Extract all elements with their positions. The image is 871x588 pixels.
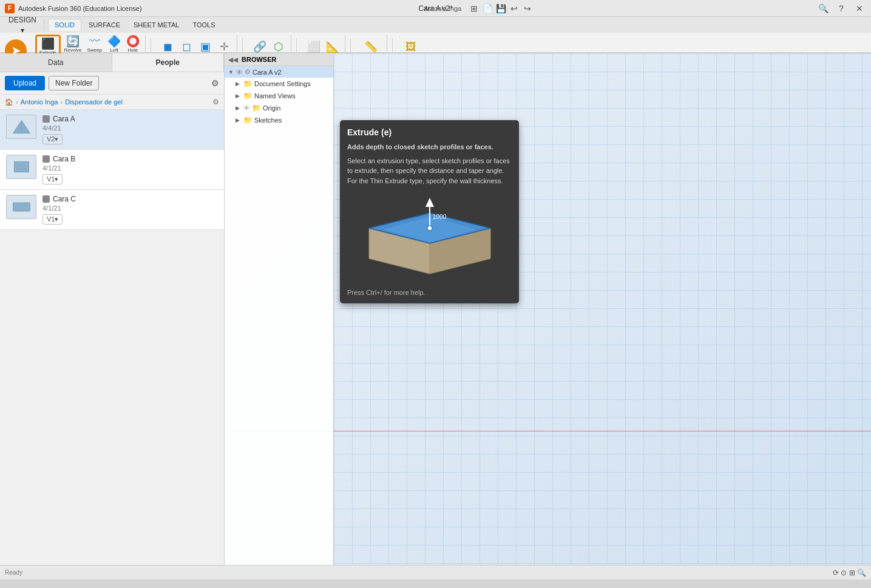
svg-text:1000: 1000 — [433, 214, 447, 220]
breadcrumb-user[interactable]: Antonio Inga — [21, 98, 58, 106]
component-button[interactable]: ⬡ — [270, 40, 287, 53]
file-thumb — [6, 155, 36, 179]
folder-icon: 📁 — [243, 92, 252, 100]
design-label: DESIGN — [8, 16, 36, 24]
redo-icon[interactable]: ↪ — [521, 2, 534, 15]
file-date: 4/1/21 — [42, 164, 218, 172]
measure-icon: 📏 — [364, 41, 378, 52]
file-type-icon — [42, 155, 50, 163]
tab-data[interactable]: Data — [0, 53, 112, 72]
file-name: Cara C — [42, 195, 218, 203]
tooltip-footer: Press Ctrl+/ for more help. — [347, 289, 512, 296]
browser-title: BROWSER — [242, 56, 276, 63]
revolve-icon: 🔄 — [66, 36, 80, 47]
file-type-icon — [42, 195, 50, 203]
browser-item-doc-settings[interactable]: ▶ 📁 Document Settings — [225, 78, 333, 90]
file-version[interactable]: V1▾ — [42, 214, 63, 225]
plane-icon: ⬜ — [307, 41, 320, 52]
fillet-button[interactable]: ◼ — [160, 40, 177, 53]
nav-icons[interactable]: ⟳ ⊙ ⊞ 🔍 — [833, 569, 866, 577]
file-thumb — [6, 115, 36, 139]
browser-header: ◀◀ BROWSER — [225, 53, 333, 66]
measure-button[interactable]: 📏 — [362, 40, 379, 53]
tooltip-title: Extrude (e) — [347, 127, 512, 137]
file-list: Cara A 4/4/21 V2▾ Cara B — [0, 110, 224, 565]
svg-point-12 — [427, 226, 432, 231]
expand-icon: ▶ — [236, 117, 242, 123]
grid-icon[interactable]: ⊞ — [467, 2, 481, 15]
file-type-icon — [42, 115, 50, 123]
app-title: Autodesk Fusion 360 (Education License) — [18, 5, 142, 12]
help-icon[interactable]: ? — [835, 2, 848, 15]
breadcrumb-settings-icon[interactable]: ⚙ — [212, 98, 219, 106]
axis-button[interactable]: 📐 — [324, 40, 341, 53]
tab-solid[interactable]: SOLID — [48, 19, 81, 31]
browser-item-cara-a[interactable]: ▼ 👁 ⚙ Cara A v2 — [225, 66, 333, 78]
canvas-area[interactable]: ◀◀ BROWSER ▼ 👁 ⚙ Cara A v2 ▶ 📁 Document … — [225, 53, 871, 565]
browser-item-origin[interactable]: ▶ 👁 📁 Origin — [225, 102, 333, 114]
svg-rect-4 — [13, 203, 30, 211]
browser-item-sketches[interactable]: ▶ 📁 Sketches — [225, 114, 333, 126]
file-info: Cara C 4/1/21 V1▾ — [42, 195, 218, 225]
status-bar: Ready ⟳ ⊙ ⊞ 🔍 — [0, 565, 871, 580]
settings-icon[interactable]: ⚙ — [211, 78, 219, 88]
component-icon: ⬡ — [274, 41, 283, 52]
insert-icon: 🖼 — [405, 41, 416, 52]
joint-button[interactable]: 🔗 — [251, 40, 268, 53]
search-icon[interactable]: 🔍 — [816, 2, 830, 15]
fillet-icon: ◼ — [163, 41, 172, 52]
file-icon[interactable]: 📄 — [481, 2, 494, 15]
close-icon[interactable]: ✕ — [853, 2, 866, 15]
cara-b-thumb — [11, 158, 32, 176]
file-name: Cara B — [42, 155, 218, 163]
browser-panel: ◀◀ BROWSER ▼ 👁 ⚙ Cara A v2 ▶ 📁 Document … — [225, 53, 334, 565]
sweep-icon: 〰 — [89, 36, 100, 47]
chamfer-button[interactable]: ◻ — [178, 40, 195, 53]
file-date: 4/1/21 — [42, 204, 218, 212]
list-item[interactable]: Cara A 4/4/21 V2▾ — [0, 110, 224, 150]
ribbon-tabs: DESIGN ▾ SOLID SURFACE SHEET METAL TOOLS — [0, 17, 871, 33]
list-item[interactable]: Cara C 4/1/21 V1▾ — [0, 190, 224, 230]
upload-button[interactable]: Upload — [5, 76, 45, 90]
move-icon: ✛ — [220, 41, 229, 52]
undo-icon[interactable]: ↩ — [507, 2, 521, 15]
loft-icon: 🔷 — [107, 36, 121, 47]
file-version[interactable]: V1▾ — [42, 174, 63, 184]
tab-tools[interactable]: TOOLS — [186, 19, 221, 30]
visibility-icon: 👁 — [236, 69, 243, 76]
expand-icon: ▶ — [236, 93, 242, 99]
tooltip-popup: Extrude (e) Adds depth to closed sketch … — [340, 120, 519, 303]
cara-c-thumb — [11, 198, 32, 216]
left-panel: Data People Upload New Folder ⚙ 🏠 › Anto… — [0, 53, 225, 565]
browser-item-text: Origin — [263, 104, 280, 112]
file-title-center: Cara A v2* — [418, 4, 453, 13]
browser-item-named-views[interactable]: ▶ 📁 Named Views — [225, 90, 333, 102]
shell-icon: ▣ — [200, 41, 211, 52]
browser-collapse[interactable]: ◀◀ — [228, 56, 238, 63]
shell-button[interactable]: ▣ — [197, 40, 214, 53]
breadcrumb-folder[interactable]: Dispensador de gel — [65, 98, 123, 106]
status-text: Ready — [5, 569, 22, 576]
expand-icon: ▶ — [236, 105, 242, 111]
ribbon: DESIGN ▾ SOLID SURFACE SHEET METAL TOOLS… — [0, 17, 871, 53]
home-icon[interactable]: 🏠 — [5, 98, 13, 106]
chamfer-icon: ◻ — [182, 41, 191, 52]
browser-item-text: Cara A v2 — [252, 69, 282, 76]
browser-item-text: Document Settings — [254, 80, 311, 87]
plane-button[interactable]: ⬜ — [305, 40, 322, 53]
file-version[interactable]: V2▾ — [42, 134, 63, 144]
fusion-logo: F — [5, 4, 15, 13]
tab-surface[interactable]: SURFACE — [83, 19, 126, 30]
tooltip-image: 1000 — [347, 192, 512, 283]
tab-people[interactable]: People — [112, 53, 225, 72]
cara-a-thumb — [11, 118, 32, 136]
move-button[interactable]: ✛ — [216, 40, 233, 53]
new-folder-button[interactable]: New Folder — [49, 76, 99, 90]
joint-icon: 🔗 — [253, 41, 266, 52]
file-name: Cara A — [42, 115, 218, 123]
list-item[interactable]: Cara B 4/1/21 V1▾ — [0, 150, 224, 190]
tab-sheet-metal[interactable]: SHEET METAL — [127, 19, 185, 30]
save-icon[interactable]: 💾 — [494, 2, 507, 15]
extrude-icon: ⬛ — [41, 38, 55, 49]
insert-btn[interactable]: 🖼 — [402, 40, 419, 53]
